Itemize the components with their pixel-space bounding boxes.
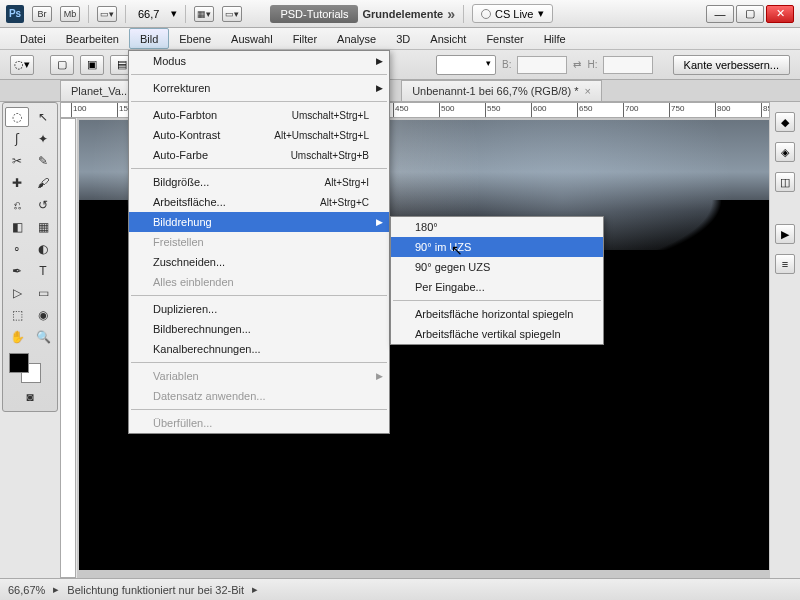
selection-add-button[interactable]: ▣: [80, 55, 104, 75]
foreground-color-swatch[interactable]: [9, 353, 29, 373]
refine-edge-button[interactable]: Kante verbessern...: [673, 55, 790, 75]
crop-tool[interactable]: ✂: [5, 151, 29, 171]
zoom-tool[interactable]: 🔍: [31, 327, 55, 347]
menu-ebene[interactable]: Ebene: [169, 28, 221, 49]
width-input[interactable]: [517, 56, 567, 74]
selection-new-button[interactable]: ▢: [50, 55, 74, 75]
stamp-tool[interactable]: ⎌: [5, 195, 29, 215]
menu-datei[interactable]: Datei: [10, 28, 56, 49]
title-tab-psd-tutorials[interactable]: PSD-Tutorials: [270, 5, 358, 23]
menu-bar: Datei Bearbeiten Bild Ebene Auswahl Filt…: [0, 28, 800, 50]
bild-menu-dropdown: Modus▶ Korrekturen▶ Auto-FarbtonUmschalt…: [128, 50, 390, 434]
menu-bildberechnungen[interactable]: Bildberechnungen...: [129, 319, 389, 339]
menu-bilddrehung[interactable]: Bilddrehung▶: [129, 212, 389, 232]
history-brush-tool[interactable]: ↺: [31, 195, 55, 215]
status-zoom[interactable]: 66,67%: [8, 584, 45, 596]
brush-tool[interactable]: 🖌: [31, 173, 55, 193]
menu-auto-farbton[interactable]: Auto-FarbtonUmschalt+Strg+L: [129, 105, 389, 125]
menu-modus[interactable]: Modus▶: [129, 51, 389, 71]
quick-select-tool[interactable]: ✦: [31, 129, 55, 149]
menu-auto-farbe[interactable]: Auto-FarbeUmschalt+Strg+B: [129, 145, 389, 165]
arrange-button[interactable]: ▭▾: [222, 6, 242, 22]
menu-variablen: Variablen▶: [129, 366, 389, 386]
healing-tool[interactable]: ✚: [5, 173, 29, 193]
color-panel-icon[interactable]: ◆: [775, 112, 795, 132]
cs-live-icon: [481, 9, 491, 19]
bilddrehung-submenu: 180° 90° im UZS 90° gegen UZS Per Eingab…: [390, 216, 604, 345]
layers-panel-icon[interactable]: ≡: [775, 254, 795, 274]
menu-freistellen: Freistellen: [129, 232, 389, 252]
menu-arbeitsflaeche[interactable]: Arbeitsfläche...Alt+Strg+C: [129, 192, 389, 212]
3d-camera-tool[interactable]: ◉: [31, 305, 55, 325]
menu-hilfe[interactable]: Hilfe: [534, 28, 576, 49]
type-tool[interactable]: T: [31, 261, 55, 281]
vertical-ruler: [60, 118, 76, 578]
history-panel-icon[interactable]: ▶: [775, 224, 795, 244]
style-select[interactable]: [436, 55, 496, 75]
rotate-arbitrary[interactable]: Per Eingabe...: [391, 277, 603, 297]
menu-bild[interactable]: Bild: [129, 28, 169, 49]
close-button[interactable]: ✕: [766, 5, 794, 23]
photoshop-logo-icon: Ps: [6, 5, 24, 23]
marquee-tool[interactable]: ◌: [5, 107, 29, 127]
dodge-tool[interactable]: ◐: [31, 239, 55, 259]
eraser-tool[interactable]: ◧: [5, 217, 29, 237]
maximize-button[interactable]: ▢: [736, 5, 764, 23]
view-extras-button[interactable]: ▦▾: [194, 6, 214, 22]
height-input[interactable]: [603, 56, 653, 74]
menu-fenster[interactable]: Fenster: [476, 28, 533, 49]
menu-3d[interactable]: 3D: [386, 28, 420, 49]
flip-vertical[interactable]: Arbeitsfläche vertikal spiegeln: [391, 324, 603, 344]
zoom-dropdown-icon[interactable]: ▾: [171, 7, 177, 20]
3d-tool[interactable]: ⬚: [5, 305, 29, 325]
pen-tool[interactable]: ✒: [5, 261, 29, 281]
more-tabs-icon[interactable]: »: [447, 6, 455, 22]
swatches-panel-icon[interactable]: ◈: [775, 142, 795, 162]
screen-mode-button[interactable]: ▭▾: [97, 6, 117, 22]
menu-ueberfuellen: Überfüllen...: [129, 413, 389, 433]
quick-mask-button[interactable]: ◙: [18, 387, 42, 407]
menu-filter[interactable]: Filter: [283, 28, 327, 49]
swap-wh-icon[interactable]: ⇄: [573, 59, 581, 70]
close-tab-icon[interactable]: ×: [584, 85, 590, 97]
menu-kanalberechnungen[interactable]: Kanalberechnungen...: [129, 339, 389, 359]
toolbox: ◌ ↖ ʃ ✦ ✂ ✎ ✚ 🖌 ⎌ ↺ ◧ ▦ ∘ ◐ ✒ T ▷ ▭ ⬚ ◉ …: [2, 102, 58, 412]
menu-bearbeiten[interactable]: Bearbeiten: [56, 28, 129, 49]
menu-ansicht[interactable]: Ansicht: [420, 28, 476, 49]
document-tab-2[interactable]: Unbenannt-1 bei 66,7% (RGB/8) *×: [401, 80, 602, 101]
cs-live-button[interactable]: CS Live ▾: [472, 4, 553, 23]
menu-korrekturen[interactable]: Korrekturen▶: [129, 78, 389, 98]
menu-analyse[interactable]: Analyse: [327, 28, 386, 49]
menu-alles-einblenden: Alles einblenden: [129, 272, 389, 292]
status-message: Belichtung funktioniert nur bei 32-Bit: [67, 584, 244, 596]
title-tab-grundelemente[interactable]: Grundelemente: [362, 8, 443, 20]
menu-duplizieren[interactable]: Duplizieren...: [129, 299, 389, 319]
lasso-tool[interactable]: ʃ: [5, 129, 29, 149]
hand-tool[interactable]: ✋: [5, 327, 29, 347]
gradient-tool[interactable]: ▦: [31, 217, 55, 237]
eyedropper-tool[interactable]: ✎: [31, 151, 55, 171]
rotate-180[interactable]: 180°: [391, 217, 603, 237]
flip-horizontal[interactable]: Arbeitsfläche horizontal spiegeln: [391, 304, 603, 324]
menu-bildgroesse[interactable]: Bildgröße...Alt+Strg+I: [129, 172, 389, 192]
right-panel-dock: ◆ ◈ ◫ ▶ ≡: [772, 102, 798, 274]
menu-auswahl[interactable]: Auswahl: [221, 28, 283, 49]
path-select-tool[interactable]: ▷: [5, 283, 29, 303]
bridge-button[interactable]: Br: [32, 6, 52, 22]
tool-preset-button[interactable]: ◌▾: [10, 55, 34, 75]
minimize-button[interactable]: —: [706, 5, 734, 23]
menu-auto-kontrast[interactable]: Auto-KontrastAlt+Umschalt+Strg+L: [129, 125, 389, 145]
move-tool[interactable]: ↖: [31, 107, 55, 127]
menu-datensatz: Datensatz anwenden...: [129, 386, 389, 406]
options-bar: ◌▾ ▢ ▣ ▤ ▥ B: ⇄ H: Kante verbessern...: [0, 50, 800, 80]
rotate-90-cw[interactable]: 90° im UZS: [391, 237, 603, 257]
blur-tool[interactable]: ∘: [5, 239, 29, 259]
status-bar: 66,67% ▸ Belichtung funktioniert nur bei…: [0, 578, 800, 600]
adjustments-panel-icon[interactable]: ◫: [775, 172, 795, 192]
rotate-90-ccw[interactable]: 90° gegen UZS: [391, 257, 603, 277]
zoom-level[interactable]: 66,7: [134, 6, 163, 22]
menu-zuschneiden[interactable]: Zuschneiden...: [129, 252, 389, 272]
shape-tool[interactable]: ▭: [31, 283, 55, 303]
color-swatches[interactable]: [5, 353, 55, 383]
minibridge-button[interactable]: Mb: [60, 6, 80, 22]
